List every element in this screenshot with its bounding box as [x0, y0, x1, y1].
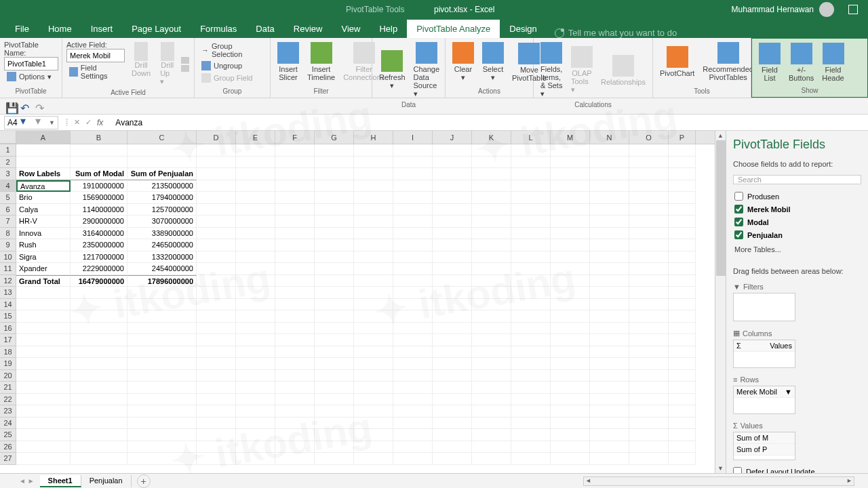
- cell-D22[interactable]: [197, 394, 236, 406]
- cell-C19[interactable]: [127, 358, 197, 370]
- cell-O1[interactable]: [629, 144, 669, 157]
- cell-J18[interactable]: [433, 346, 472, 359]
- recommended-button[interactable]: RecommendedPivotTables: [700, 41, 756, 83]
- fx-icon[interactable]: fx: [97, 118, 103, 127]
- cell-C23[interactable]: [127, 405, 197, 418]
- row-header-8[interactable]: 8: [0, 228, 16, 240]
- cell-H13[interactable]: [354, 287, 393, 299]
- cell-J23[interactable]: [433, 405, 472, 418]
- row-header-3[interactable]: 3: [0, 168, 16, 180]
- cell-O22[interactable]: [629, 394, 669, 406]
- cell-L21[interactable]: [511, 382, 551, 394]
- cell-F15[interactable]: [275, 310, 315, 323]
- cell-C11[interactable]: 2454000000: [127, 263, 197, 275]
- cell-A17[interactable]: [16, 334, 71, 346]
- col-header-M[interactable]: M: [551, 131, 590, 144]
- cell-B25[interactable]: [71, 429, 127, 441]
- cell-E16[interactable]: [236, 323, 275, 335]
- cell-P5[interactable]: [669, 192, 696, 204]
- cell-J10[interactable]: [433, 251, 472, 264]
- cell-P13[interactable]: [669, 287, 696, 299]
- cell-G1[interactable]: [315, 144, 354, 157]
- cell-B27[interactable]: [71, 453, 127, 465]
- cell-E22[interactable]: [236, 394, 275, 406]
- cell-N15[interactable]: [590, 310, 629, 323]
- refresh-button[interactable]: Refresh▾: [376, 49, 408, 92]
- cell-D2[interactable]: [197, 157, 236, 169]
- cell-L22[interactable]: [511, 394, 551, 406]
- cell-L23[interactable]: [511, 405, 551, 418]
- columns-item-values[interactable]: Σ Values: [734, 340, 795, 352]
- row-header-23[interactable]: 23: [0, 405, 16, 418]
- cell-M1[interactable]: [551, 144, 590, 157]
- cell-I12[interactable]: [393, 275, 433, 287]
- cell-O21[interactable]: [629, 382, 669, 394]
- cell-K1[interactable]: [472, 144, 511, 157]
- cell-H6[interactable]: [354, 204, 393, 216]
- cell-M21[interactable]: [551, 382, 590, 394]
- cell-L9[interactable]: [511, 239, 551, 251]
- cell-D18[interactable]: [197, 346, 236, 359]
- row-header-11[interactable]: 11: [0, 263, 16, 275]
- cell-D6[interactable]: [197, 204, 236, 216]
- cell-E17[interactable]: [236, 334, 275, 346]
- cell-A5[interactable]: Brio: [16, 192, 71, 204]
- cell-M19[interactable]: [551, 358, 590, 370]
- cell-B7[interactable]: 2900000000: [71, 216, 127, 228]
- cell-I6[interactable]: [393, 204, 433, 216]
- cell-C5[interactable]: 1794000000: [127, 192, 197, 204]
- cell-B2[interactable]: [71, 157, 127, 169]
- cell-J14[interactable]: [433, 299, 472, 311]
- cell-K14[interactable]: [472, 299, 511, 311]
- cell-M26[interactable]: [551, 441, 590, 453]
- group-selection-button[interactable]: → Group Selection: [199, 41, 266, 60]
- cell-P23[interactable]: [669, 405, 696, 418]
- cell-L8[interactable]: [511, 228, 551, 240]
- cell-K19[interactable]: [472, 358, 511, 370]
- cell-G3[interactable]: [315, 168, 354, 180]
- cell-B10[interactable]: 1217000000: [71, 251, 127, 264]
- cell-A2[interactable]: [16, 157, 71, 169]
- ungroup-button[interactable]: Ungroup: [199, 60, 266, 72]
- save-icon[interactable]: 💾: [5, 102, 15, 111]
- horizontal-scrollbar[interactable]: ◄ ►: [583, 476, 854, 486]
- cell-H15[interactable]: [354, 310, 393, 323]
- cell-F14[interactable]: [275, 299, 315, 311]
- col-header-D[interactable]: D: [197, 131, 236, 144]
- cell-P27[interactable]: [669, 453, 696, 465]
- cell-E3[interactable]: [236, 168, 275, 180]
- cell-C24[interactable]: [127, 418, 197, 430]
- cell-A3[interactable]: Row Labels▼: [16, 168, 71, 180]
- cell-I15[interactable]: [393, 310, 433, 323]
- cell-C4[interactable]: 2135000000: [127, 180, 197, 192]
- cell-G26[interactable]: [315, 441, 354, 453]
- pivotchart-button[interactable]: PivotChart: [657, 45, 697, 79]
- cell-B19[interactable]: [71, 358, 127, 370]
- cell-M22[interactable]: [551, 394, 590, 406]
- cell-J27[interactable]: [433, 453, 472, 465]
- rows-item[interactable]: Merek Mobil▼: [734, 386, 795, 398]
- cell-K2[interactable]: [472, 157, 511, 169]
- cell-A26[interactable]: [16, 441, 71, 453]
- cell-I13[interactable]: [393, 287, 433, 299]
- cell-G7[interactable]: [315, 216, 354, 228]
- cell-O16[interactable]: [629, 323, 669, 335]
- cell-C3[interactable]: Sum of Penjualan: [127, 168, 197, 180]
- cell-G10[interactable]: [315, 251, 354, 264]
- pivottable-name-input[interactable]: [4, 57, 58, 70]
- cell-B16[interactable]: [71, 323, 127, 335]
- cell-N4[interactable]: [590, 180, 629, 192]
- tab-home[interactable]: Home: [39, 20, 81, 38]
- cell-G23[interactable]: [315, 405, 354, 418]
- tab-insert[interactable]: Insert: [81, 20, 123, 38]
- cell-L25[interactable]: [511, 429, 551, 441]
- cell-D14[interactable]: [197, 299, 236, 311]
- cell-K6[interactable]: [472, 204, 511, 216]
- cell-J1[interactable]: [433, 144, 472, 157]
- cell-H14[interactable]: [354, 299, 393, 311]
- cell-I1[interactable]: [393, 144, 433, 157]
- cell-N3[interactable]: [590, 168, 629, 180]
- cell-M10[interactable]: [551, 251, 590, 264]
- row-header-2[interactable]: 2: [0, 157, 16, 169]
- cell-J9[interactable]: [433, 239, 472, 251]
